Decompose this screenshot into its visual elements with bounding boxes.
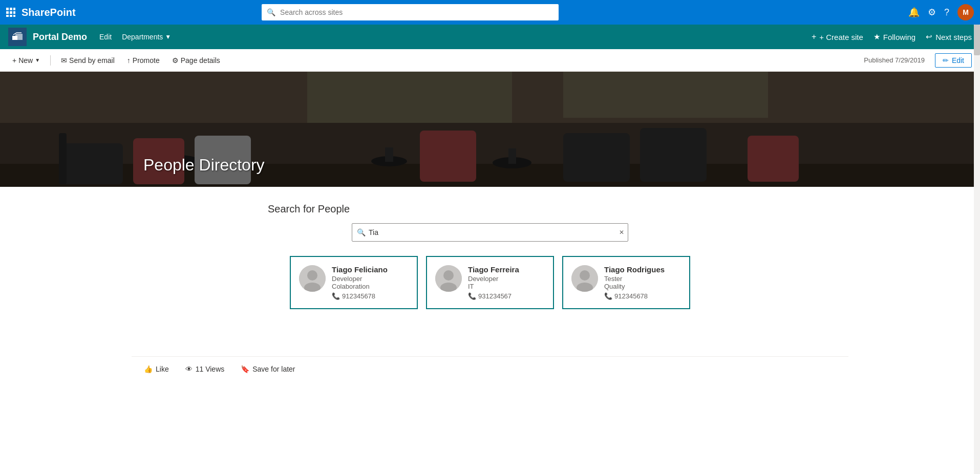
like-icon: 👍: [144, 365, 153, 373]
promote-icon: ↑: [127, 56, 131, 64]
send-by-email-label: Send by email: [69, 56, 115, 64]
svg-point-40: [580, 270, 590, 281]
svg-rect-0: [6, 8, 9, 10]
svg-rect-3: [6, 11, 9, 14]
person-name-2: Tiago Rodrigues: [604, 265, 681, 274]
person-dept-2: Quality: [604, 283, 681, 290]
edit-pencil-icon: ✏: [943, 56, 949, 64]
create-site-button[interactable]: + + Create site: [812, 32, 863, 41]
person-name-0: Tiago Feliciano: [332, 265, 409, 274]
person-info-0: Tiago Feliciano Developer Colaboration 📞…: [332, 265, 409, 300]
save-for-later-button[interactable]: 🔖 Save for later: [241, 365, 295, 373]
person-card-0[interactable]: Tiago Feliciano Developer Colaboration 📞…: [290, 256, 418, 309]
departments-dropdown[interactable]: Departments ▼: [122, 33, 171, 41]
following-label: Following: [883, 33, 915, 41]
person-dept-1: IT: [468, 283, 545, 290]
save-label: Save for later: [252, 365, 295, 373]
search-icon: 🔍: [267, 8, 275, 16]
person-phone-number-2: 912345678: [614, 292, 648, 300]
departments-label: Departments: [122, 33, 163, 41]
suite-nav-edit-button[interactable]: Edit: [99, 33, 112, 41]
person-card-2[interactable]: Tiago Rodrigues Tester Quality 📞 9123456…: [562, 256, 690, 309]
waffle-icon[interactable]: [6, 8, 15, 17]
new-button[interactable]: + New ▼: [8, 54, 44, 67]
people-search-clear-icon[interactable]: ✕: [619, 229, 624, 236]
people-search-section-title: Search for People: [268, 203, 712, 215]
global-search-bar: 🔍: [262, 4, 559, 20]
person-phone-2: 📞 912345678: [604, 292, 681, 300]
person-role-1: Developer: [468, 275, 545, 283]
views-icon: 👁: [185, 365, 193, 373]
svg-rect-1: [10, 8, 12, 10]
save-icon: 🔖: [241, 365, 249, 373]
edit-btn-label: Edit: [952, 56, 964, 64]
create-site-label: + Create site: [819, 33, 863, 41]
app-name-label: SharePoint: [22, 7, 76, 18]
svg-rect-8: [13, 15, 15, 17]
create-site-plus-icon: +: [812, 32, 816, 41]
svg-point-34: [307, 270, 317, 281]
page-footer: 👍 Like 👁 11 Views 🔖 Save for later: [132, 356, 848, 381]
top-nav: SharePoint 🔍 🔔 ⚙ ? M: [0, 0, 980, 25]
svg-rect-7: [10, 15, 12, 17]
settings-button[interactable]: ⚙: [928, 7, 936, 18]
next-steps-button[interactable]: ↩ Next steps: [926, 32, 972, 41]
following-star-icon: ★: [874, 32, 880, 41]
global-search-input[interactable]: [262, 4, 559, 20]
phone-icon-1: 📞: [468, 292, 476, 300]
site-title: Portal Demo: [33, 32, 87, 42]
suite-nav: Portal Demo Edit Departments ▼ + + Creat…: [0, 25, 980, 49]
email-icon: ✉: [61, 56, 67, 64]
people-search-field-container: 🔍 ✕: [352, 223, 628, 242]
views-indicator: 👁 11 Views: [185, 365, 225, 373]
person-role-0: Developer: [332, 275, 409, 283]
phone-icon-0: 📞: [332, 292, 340, 300]
page-details-label: Page details: [181, 56, 220, 64]
person-role-2: Tester: [604, 275, 681, 283]
new-chevron-icon: ▼: [35, 57, 40, 63]
person-phone-number-0: 912345678: [342, 292, 375, 300]
svg-rect-2: [13, 8, 15, 10]
promote-button[interactable]: ↑ Promote: [123, 54, 164, 67]
person-phone-number-1: 931234567: [478, 292, 512, 300]
person-phone-0: 📞 912345678: [332, 292, 409, 300]
send-by-email-button[interactable]: ✉ Send by email: [57, 54, 119, 67]
departments-chevron-icon: ▼: [165, 33, 171, 40]
person-cards-container: Tiago Feliciano Developer Colaboration 📞…: [268, 256, 712, 309]
phone-icon-2: 📞: [604, 292, 612, 300]
following-button[interactable]: ★ Following: [874, 32, 915, 41]
people-search-input[interactable]: [352, 223, 628, 242]
scrollbar-thumb[interactable]: [974, 25, 980, 55]
new-plus-icon: +: [12, 56, 16, 64]
person-info-1: Tiago Ferreira Developer IT 📞 931234567: [468, 265, 545, 300]
svg-rect-10: [15, 34, 23, 40]
person-phone-1: 📞 931234567: [468, 292, 545, 300]
hero-overlay: People Directory: [0, 72, 980, 187]
like-label: Like: [156, 365, 169, 373]
page-toolbar: + New ▼ ✉ Send by email ↑ Promote ⚙ Page…: [0, 49, 980, 72]
next-steps-label: Next steps: [935, 33, 972, 41]
person-name-1: Tiago Ferreira: [468, 265, 545, 274]
user-avatar[interactable]: M: [957, 4, 974, 20]
like-button[interactable]: 👍 Like: [144, 365, 169, 373]
notifications-button[interactable]: 🔔: [908, 7, 920, 18]
person-avatar-1: [435, 265, 462, 292]
toolbar-separator-1: [50, 55, 51, 66]
top-nav-right: 🔔 ⚙ ? M: [908, 4, 974, 20]
svg-rect-4: [10, 11, 12, 14]
people-search-icon: 🔍: [357, 228, 366, 236]
help-button[interactable]: ?: [944, 7, 949, 18]
svg-rect-5: [13, 11, 15, 14]
promote-label: Promote: [133, 56, 160, 64]
next-steps-icon: ↩: [926, 32, 932, 41]
scrollbar[interactable]: [974, 25, 980, 381]
published-label: Published 7/29/2019: [864, 56, 925, 64]
suite-nav-right: + + Create site ★ Following ↩ Next steps: [812, 32, 972, 41]
page-hero-title: People Directory: [143, 156, 265, 175]
edit-page-button[interactable]: ✏ Edit: [935, 53, 972, 68]
hero-section: People Directory: [0, 72, 980, 187]
svg-point-37: [443, 270, 454, 281]
person-card-1[interactable]: Tiago Ferreira Developer IT 📞 931234567: [426, 256, 554, 309]
page-details-button[interactable]: ⚙ Page details: [168, 54, 224, 67]
page-details-icon: ⚙: [172, 56, 179, 64]
